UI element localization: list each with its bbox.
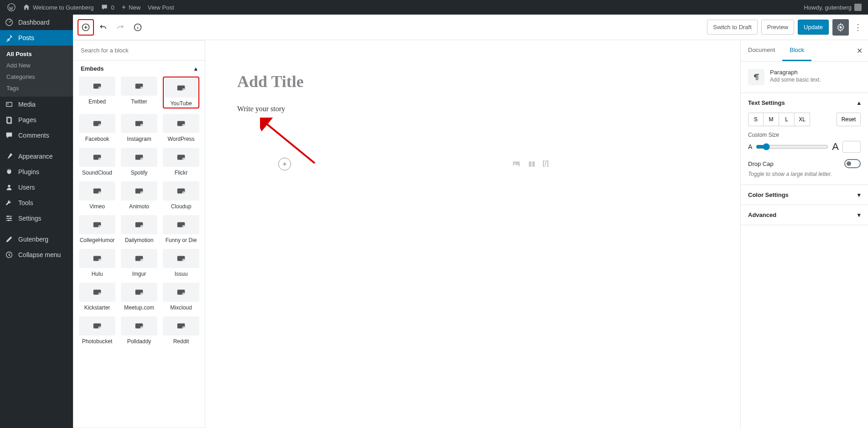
new-link[interactable]: + New	[118, 0, 144, 15]
site-name-text: Welcome to Gutenberg	[33, 4, 94, 11]
howdy-text[interactable]: Howdy, gutenberg	[804, 4, 852, 11]
comments-link[interactable]: 0	[97, 0, 118, 15]
comments-count: 0	[111, 4, 114, 11]
view-post-label: View Post	[148, 4, 174, 11]
new-label: New	[129, 4, 140, 11]
wp-logo[interactable]	[4, 0, 19, 15]
site-name[interactable]: Welcome to Gutenberg	[19, 0, 97, 15]
svg-point-0	[8, 4, 15, 11]
admin-topbar: Welcome to Gutenberg 0 + New View Post H…	[0, 0, 868, 15]
view-post-link[interactable]: View Post	[144, 0, 178, 15]
avatar[interactable]	[854, 4, 862, 11]
